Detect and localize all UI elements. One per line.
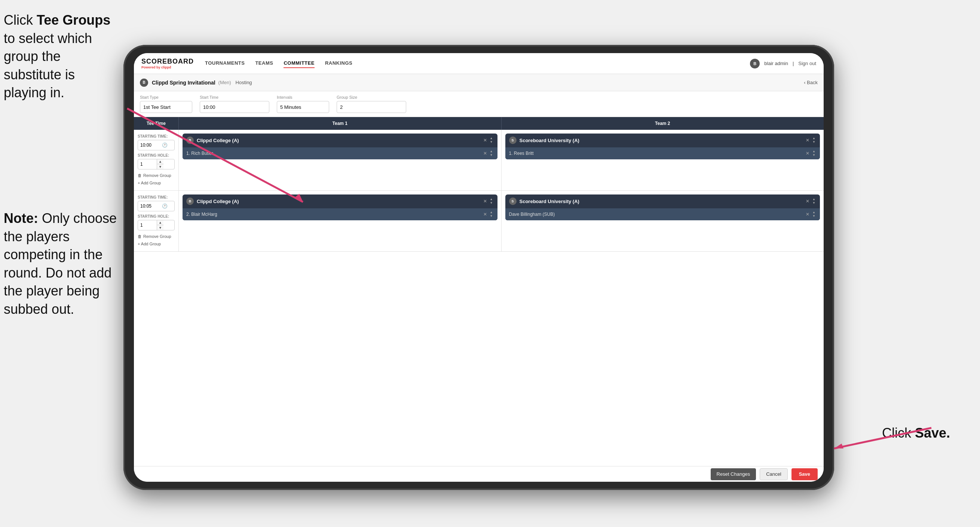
- team-name-2-1: Clippd College (A): [197, 199, 480, 204]
- instruction-note: Note: Only choose the players competing …: [4, 209, 127, 318]
- starting-hole-label-2: STARTING HOLE:: [138, 214, 175, 218]
- reset-changes-button[interactable]: Reset Changes: [711, 468, 756, 480]
- time-input-1[interactable]: [138, 143, 161, 148]
- hole-up-2[interactable]: ▲: [157, 220, 164, 225]
- group-size-input[interactable]: [337, 101, 406, 113]
- hole-down-1[interactable]: ▼: [157, 164, 164, 169]
- add-group-label-2: + Add Group: [138, 242, 161, 246]
- nav-tournaments[interactable]: TOURNAMENTS: [205, 59, 245, 68]
- team-remove-btn-2-2[interactable]: ✕: [806, 199, 810, 204]
- intervals-select[interactable]: 5 Minutes: [277, 101, 329, 113]
- player-remove-btn-2-1-1[interactable]: ✕: [483, 212, 487, 217]
- starting-time-label-1: STARTING TIME:: [138, 134, 175, 139]
- player-name-1-1-1: 1. Rich Butler: [186, 151, 480, 156]
- player-remove-btn-1-1-1[interactable]: ✕: [483, 151, 487, 156]
- remove-group-btn-2[interactable]: 🗑 Remove Group: [138, 233, 175, 239]
- team-card-controls-2-1: ✕ ▲ ▼: [483, 197, 494, 205]
- team-remove-btn-1-2[interactable]: ✕: [806, 138, 810, 143]
- time-input-2[interactable]: [138, 204, 161, 209]
- add-group-label-1: + Add Group: [138, 181, 161, 185]
- nav-separator: |: [792, 61, 794, 66]
- th-team2: Team 2: [501, 117, 824, 130]
- team-spin-2-2: ▲ ▼: [812, 197, 816, 205]
- team-name-1-1: Clippd College (A): [197, 138, 480, 143]
- tablet-screen: SCOREBOARD Powered by clippd TOURNAMENTS…: [134, 53, 824, 482]
- start-type-select[interactable]: 1st Tee Start: [140, 101, 192, 113]
- start-type-label: Start Type: [140, 95, 192, 99]
- team-up-1-2[interactable]: ▲: [812, 137, 816, 140]
- team-badge-2-1: B: [186, 197, 194, 205]
- hole-spinners-2: ▲ ▼: [157, 220, 164, 231]
- player-down-1-1-1[interactable]: ▼: [489, 153, 494, 157]
- team-up-2-1[interactable]: ▲: [489, 197, 494, 201]
- player-controls-2-1-1: ✕ ▲ ▼: [483, 210, 494, 218]
- team-spin-2-1: ▲ ▼: [489, 197, 494, 205]
- team-column-1-1: B Clippd College (A) ✕ ▲ ▼: [179, 130, 501, 190]
- team-column-1-2: S Scoreboard University (A) ✕ ▲ ▼: [501, 130, 824, 190]
- add-group-btn-2[interactable]: + Add Group: [138, 241, 175, 247]
- groups-scroll[interactable]: STARTING TIME: 🕐 STARTING HOLE: ▲ ▼: [134, 130, 824, 466]
- logo-scoreboard: SCOREBOARD: [142, 57, 194, 65]
- add-group-btn-1[interactable]: + Add Group: [138, 180, 175, 186]
- player-name-2-1-1: 2. Blair McHarg: [186, 212, 480, 217]
- breadcrumb-back-link[interactable]: ‹ Back: [804, 80, 818, 85]
- group-row-1: STARTING TIME: 🕐 STARTING HOLE: ▲ ▼: [134, 130, 824, 191]
- player-controls-1-1-1: ✕ ▲ ▼: [483, 150, 494, 157]
- player-down-2-2-1[interactable]: ▼: [812, 214, 816, 218]
- team-down-2-1[interactable]: ▼: [489, 201, 494, 205]
- player-controls-1-2-1: ✕ ▲ ▼: [806, 150, 816, 157]
- hole-up-1[interactable]: ▲: [157, 159, 164, 164]
- sign-out-link[interactable]: Sign out: [798, 61, 816, 66]
- team-up-2-2[interactable]: ▲: [812, 197, 816, 201]
- svg-marker-5: [834, 444, 843, 449]
- hole-input-2[interactable]: [138, 223, 157, 228]
- hole-input-wrap-1: ▲ ▼: [138, 159, 175, 169]
- intervals-label: Intervals: [277, 95, 329, 99]
- starting-hole-label-1: STARTING HOLE:: [138, 153, 175, 158]
- nav-right: B blair admin | Sign out: [750, 59, 816, 68]
- player-remove-btn-1-2-1[interactable]: ✕: [806, 151, 810, 156]
- team-down-2-2[interactable]: ▼: [812, 201, 816, 205]
- save-button[interactable]: Save: [791, 468, 818, 480]
- nav-rankings[interactable]: RANKINGS: [325, 59, 352, 68]
- team-down-1-1[interactable]: ▼: [489, 140, 494, 144]
- team-card-1-1: B Clippd College (A) ✕ ▲ ▼: [183, 134, 498, 159]
- player-up-2-2-1[interactable]: ▲: [812, 210, 816, 214]
- team-card-2-1[interactable]: B Clippd College (A) ✕ ▲ ▼: [183, 194, 498, 220]
- team-card-1-2: S Scoreboard University (A) ✕ ▲ ▼: [505, 134, 820, 159]
- player-name-2-2-1: Dave Billingham (SUB): [509, 212, 803, 217]
- player-up-2-1-1[interactable]: ▲: [489, 210, 494, 214]
- player-up-1-1-1[interactable]: ▲: [489, 150, 494, 153]
- player-down-1-2-1[interactable]: ▼: [812, 153, 816, 157]
- player-remove-btn-2-2-1[interactable]: ✕: [806, 212, 810, 217]
- remove-group-label-1: Remove Group: [143, 173, 171, 178]
- player-down-2-1-1[interactable]: ▼: [489, 214, 494, 218]
- team-remove-btn-1-1[interactable]: ✕: [483, 138, 487, 143]
- remove-group-btn-1[interactable]: 🗑 Remove Group: [138, 172, 175, 178]
- start-time-label: Start Time: [200, 95, 269, 99]
- team-down-1-2[interactable]: ▼: [812, 140, 816, 144]
- team-remove-btn-2-1[interactable]: ✕: [483, 199, 487, 204]
- group-sidebar-1: STARTING TIME: 🕐 STARTING HOLE: ▲ ▼: [134, 130, 179, 190]
- team-badge-1-1: B: [186, 137, 194, 144]
- breadcrumb-gender: (Men): [218, 80, 231, 85]
- hole-down-2[interactable]: ▼: [157, 225, 164, 231]
- player-row-2-2-1: Dave Billingham (SUB) ✕ ▲ ▼: [505, 208, 820, 220]
- hole-input-1[interactable]: [138, 162, 157, 167]
- team-card-header-1-1: B Clippd College (A) ✕ ▲ ▼: [183, 134, 498, 147]
- team-up-1-1[interactable]: ▲: [489, 137, 494, 140]
- team-card-2-2: S Scoreboard University (A) ✕ ▲ ▼: [505, 194, 820, 220]
- table-header-row: Tee Time Team 1 Team 2: [134, 117, 824, 130]
- team-card-header-1-2: S Scoreboard University (A) ✕ ▲ ▼: [505, 134, 820, 147]
- player-up-1-2-1[interactable]: ▲: [812, 150, 816, 153]
- hole-spinners-1: ▲ ▼: [157, 159, 164, 169]
- tablet-device: SCOREBOARD Powered by clippd TOURNAMENTS…: [123, 45, 834, 490]
- team-column-2-1: B Clippd College (A) ✕ ▲ ▼: [179, 191, 501, 252]
- nav-teams[interactable]: TEAMS: [255, 59, 273, 68]
- nav-committee[interactable]: COMMITTEE: [283, 59, 315, 68]
- team-column-2-2: S Scoreboard University (A) ✕ ▲ ▼: [501, 191, 824, 252]
- team-name-1-2: Scoreboard University (A): [520, 138, 803, 143]
- click-save-label: Click Save.: [882, 425, 950, 441]
- start-time-input[interactable]: [200, 101, 269, 113]
- cancel-button[interactable]: Cancel: [760, 468, 788, 480]
